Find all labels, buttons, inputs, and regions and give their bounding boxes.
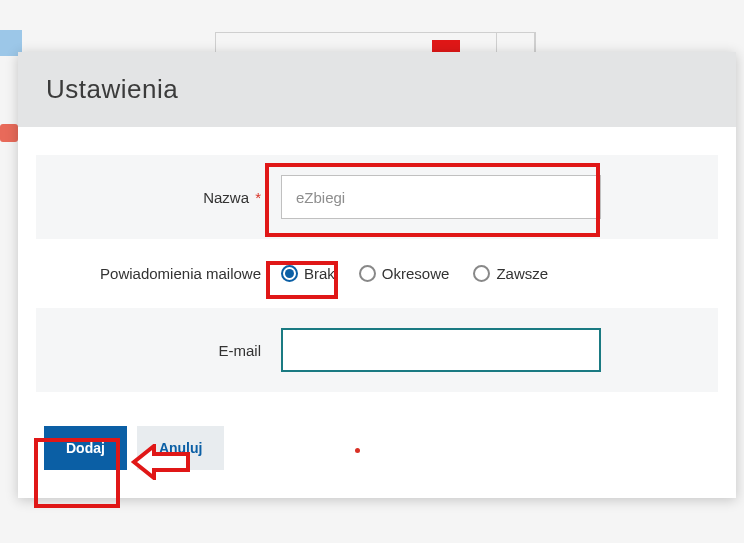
modal-title: Ustawienia	[46, 74, 708, 105]
modal-footer: Dodaj Anuluj	[18, 398, 736, 498]
name-label: Nazwa *	[46, 189, 281, 206]
notifications-row: Powiadomienia mailowe Brak Okresowe	[36, 245, 718, 302]
annotation-arrow-icon	[130, 444, 190, 480]
email-input[interactable]	[281, 328, 601, 372]
radio-option-none[interactable]: Brak	[281, 265, 335, 282]
radio-option-periodic[interactable]: Okresowe	[359, 265, 450, 282]
radio-label-none: Brak	[304, 265, 335, 282]
radio-label-always: Zawsze	[496, 265, 548, 282]
radio-option-always[interactable]: Zawsze	[473, 265, 548, 282]
email-label: E-mail	[46, 342, 281, 359]
bg-decor	[215, 32, 535, 54]
radio-label-periodic: Okresowe	[382, 265, 450, 282]
notifications-label: Powiadomienia mailowe	[46, 265, 281, 282]
annotation-dot	[355, 448, 360, 453]
modal-body: Nazwa * Powiadomienia mailowe Brak	[18, 127, 736, 392]
bg-decor	[496, 32, 536, 54]
email-row: E-mail	[36, 308, 718, 392]
radio-icon	[473, 265, 490, 282]
name-input[interactable]	[281, 175, 601, 219]
radio-icon	[359, 265, 376, 282]
required-mark: *	[255, 189, 261, 206]
bg-decor	[0, 124, 18, 142]
submit-button[interactable]: Dodaj	[44, 426, 127, 470]
name-row: Nazwa *	[36, 155, 718, 239]
settings-modal: Ustawienia Nazwa * Powiadomienia mailowe	[18, 52, 736, 498]
radio-icon	[281, 265, 298, 282]
notifications-radio-group: Brak Okresowe Zawsze	[281, 265, 548, 282]
modal-header: Ustawienia	[18, 52, 736, 127]
